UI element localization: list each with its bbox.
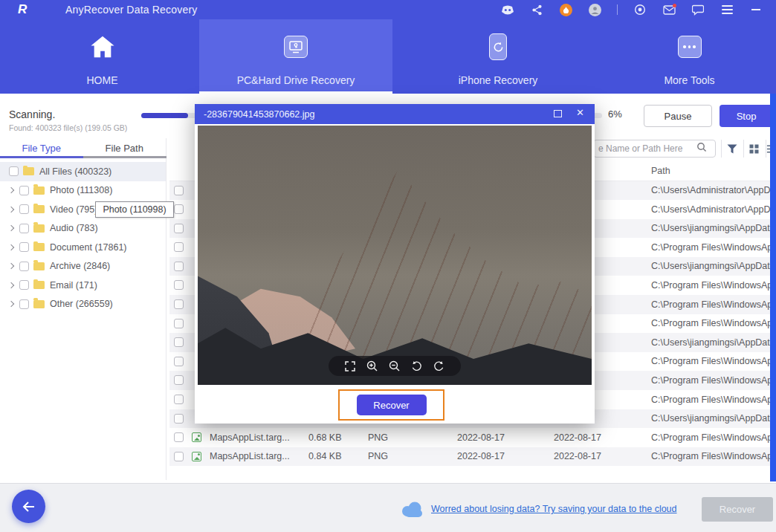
scan-found-text: Found: 400323 file(s) (199.05 GB) (9, 123, 127, 132)
checkbox[interactable] (19, 224, 29, 233)
home-icon (90, 25, 115, 68)
pause-button[interactable]: Pause (644, 105, 712, 127)
search-box (593, 140, 716, 158)
checkbox[interactable] (19, 204, 29, 214)
checkbox[interactable] (174, 414, 184, 424)
checkbox[interactable] (174, 224, 184, 233)
checkbox[interactable] (174, 280, 184, 290)
tree-item-document[interactable]: Document (17861) (0, 238, 166, 257)
tab-iphone-recovery[interactable]: iPhone Recovery (413, 19, 583, 94)
checkbox[interactable] (174, 299, 184, 309)
checkbox[interactable] (174, 395, 184, 404)
path-cell: C:\Program Files\WindowsApp (651, 432, 770, 443)
close-icon[interactable]: ✕ (576, 107, 584, 118)
path-cell: C:\Program Files\WindowsApp (651, 451, 770, 461)
chevron-right-icon[interactable] (8, 187, 14, 193)
mail-icon[interactable] (662, 3, 676, 16)
tree-item-other[interactable]: Other (266559) (0, 295, 166, 314)
table-row[interactable]: MapsAppList.targ... 0.68 KB PNG 2022-08-… (169, 428, 770, 447)
checkbox[interactable] (174, 357, 184, 366)
checkbox[interactable] (174, 452, 184, 461)
table-row[interactable]: MapsAppList.targ... 0.84 KB PNG 2022-08-… (169, 447, 770, 467)
modal-footer: Recover (195, 385, 595, 424)
search-icon[interactable] (696, 142, 707, 155)
search-input[interactable] (598, 143, 695, 154)
tab-file-type[interactable]: File Type (0, 138, 83, 158)
recover-button-disabled[interactable]: Recover (702, 497, 773, 522)
size-cell: 0.68 KB (308, 432, 341, 443)
stop-button[interactable]: Stop (720, 105, 773, 127)
checkbox[interactable] (174, 262, 184, 271)
filter-icon[interactable] (721, 140, 742, 158)
cloud-backup-link[interactable]: Worred about losing data? Try saving you… (431, 504, 677, 514)
minimize-icon[interactable] (749, 3, 763, 16)
chevron-right-icon[interactable] (8, 301, 14, 307)
scan-progress-fill (141, 113, 188, 118)
tree-item-label: All Files (400323) (39, 166, 111, 177)
chevron-right-icon[interactable] (8, 263, 14, 269)
tree-item-email[interactable]: Email (171) (0, 276, 166, 295)
tree-item-audio[interactable]: Audio (783) (0, 219, 166, 239)
account-icon[interactable] (588, 3, 601, 16)
path-cell: C:\Program Files\WindowsApp (651, 375, 770, 386)
modal-recover-button[interactable]: Recover (357, 395, 427, 415)
checkbox[interactable] (19, 242, 29, 252)
path-column-header[interactable]: Path (651, 166, 670, 176)
checkbox[interactable] (174, 242, 184, 252)
back-button[interactable] (12, 490, 45, 523)
modified-cell: 2022-08-17 (554, 432, 601, 443)
tree-item-all-files[interactable]: All Files (400323) (0, 162, 166, 181)
tree-tooltip: Photo (110998) (95, 201, 174, 218)
tree-item-label: Document (17861) (50, 242, 127, 253)
type-cell: PNG (368, 451, 388, 461)
modified-cell: 2022-08-17 (554, 451, 601, 461)
tree-item-label: Photo (111308) (50, 185, 112, 195)
discord-icon[interactable] (501, 3, 514, 16)
grid-view-icon[interactable] (743, 140, 764, 158)
tab-file-path[interactable]: File Path (83, 138, 166, 158)
zoom-in-icon[interactable] (366, 360, 378, 372)
checkbox[interactable] (19, 262, 29, 271)
tab-more-tools[interactable]: More Tools (606, 19, 773, 94)
tab-pc-hard-drive-recovery[interactable]: PC&Hard Drive Recovery (199, 19, 392, 94)
checkbox[interactable] (19, 280, 29, 290)
mail-notification-dot (673, 4, 676, 7)
type-cell: PNG (368, 432, 388, 443)
checkbox[interactable] (174, 337, 184, 347)
more-tools-icon (678, 25, 702, 68)
folder-icon (33, 186, 45, 195)
chevron-right-icon[interactable] (8, 282, 14, 288)
chevron-right-icon[interactable] (8, 225, 14, 231)
tree-item-photo[interactable]: Photo (111308) (0, 181, 166, 201)
checkbox[interactable] (174, 204, 184, 214)
rotate-right-icon[interactable] (433, 360, 444, 372)
chat-icon[interactable] (691, 3, 705, 16)
folder-icon (33, 224, 45, 233)
folder-icon (33, 205, 45, 213)
image-file-icon (192, 432, 201, 442)
fullscreen-icon[interactable] (345, 361, 355, 372)
checkbox[interactable] (174, 375, 184, 385)
checkbox[interactable] (174, 432, 184, 442)
zoom-out-icon[interactable] (389, 360, 400, 372)
folder-icon (33, 300, 45, 308)
menu-icon[interactable] (720, 3, 734, 16)
checkbox[interactable] (174, 319, 184, 328)
checkbox[interactable] (174, 186, 184, 195)
share-icon[interactable] (530, 3, 543, 16)
rotate-left-icon[interactable] (411, 360, 422, 372)
checkbox[interactable] (19, 299, 29, 309)
path-cell: C:\Program Files\WindowsApp (651, 242, 770, 253)
checkbox[interactable] (19, 186, 29, 195)
tab-home[interactable]: HOME (45, 19, 160, 94)
record-icon[interactable] (633, 3, 647, 16)
tree-item-label: Archive (2846) (50, 261, 110, 271)
chevron-right-icon[interactable] (8, 207, 14, 213)
chevron-right-icon[interactable] (8, 244, 14, 250)
promo-icon[interactable] (559, 3, 572, 16)
path-cell: C:\Program Files\WindowsApp (651, 318, 770, 328)
tree-item-archive[interactable]: Archive (2846) (0, 257, 166, 276)
window-edge-strip (770, 94, 776, 481)
title-bar: R AnyRecover Data Recovery (0, 0, 776, 19)
maximize-icon[interactable] (554, 110, 562, 117)
